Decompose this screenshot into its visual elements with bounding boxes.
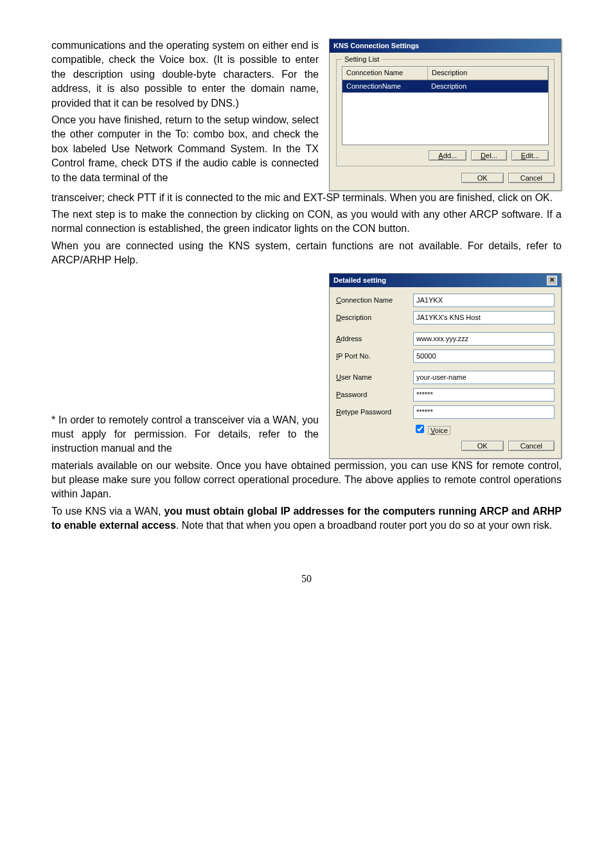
voice-checkbox[interactable] xyxy=(416,425,424,433)
body-text: When you are connected using the KNS sys… xyxy=(51,239,562,268)
voice-label: Voice xyxy=(428,426,450,435)
col-description[interactable]: Description xyxy=(428,67,548,79)
connection-name-input[interactable] xyxy=(413,294,555,307)
edit-button[interactable]: Edit... xyxy=(511,150,549,161)
address-label: Address xyxy=(336,334,413,344)
retype-input[interactable] xyxy=(413,405,555,419)
list-item-name: ConnectionName xyxy=(342,81,427,92)
description-label: Description xyxy=(336,313,413,323)
dialog-title: Detailed setting xyxy=(333,276,386,285)
cancel-button[interactable]: Cancel xyxy=(508,173,555,183)
dialog-title: KNS Connection Settings xyxy=(333,41,419,51)
address-input[interactable] xyxy=(413,332,555,346)
body-text: communications and the operating system … xyxy=(51,39,319,111)
list-item[interactable]: ConnectionName Description xyxy=(342,80,548,93)
setting-list[interactable]: ConnectionName Description xyxy=(342,80,549,145)
cancel-button[interactable]: Cancel xyxy=(508,441,555,451)
list-header: Conncetion Name Description xyxy=(342,66,549,80)
list-item-desc: Description xyxy=(427,81,548,92)
ipport-label: IP Port No. xyxy=(336,351,413,361)
description-input[interactable] xyxy=(413,311,555,324)
body-text: The next step is to make the connection … xyxy=(51,208,562,236)
detailed-setting-dialog: Detailed setting ✕ Connection Name Descr… xyxy=(329,273,562,459)
ipport-input[interactable] xyxy=(413,350,555,363)
col-connection-name[interactable]: Conncetion Name xyxy=(342,67,428,79)
username-label: User Name xyxy=(336,373,413,382)
page-number: 50 xyxy=(51,572,562,586)
body-text: materials available on our website. Once… xyxy=(51,459,562,502)
del-button[interactable]: Del... xyxy=(471,150,507,161)
groupbox-label: Setting List xyxy=(342,55,382,64)
ok-button[interactable]: OK xyxy=(461,441,504,451)
password-input[interactable] xyxy=(413,388,555,402)
close-icon[interactable]: ✕ xyxy=(547,276,557,285)
body-text: Once you have finished, return to the se… xyxy=(51,113,319,185)
kns-settings-dialog: KNS Connection Settings Setting List Con… xyxy=(329,39,562,191)
username-input[interactable] xyxy=(413,371,555,384)
password-label: Password xyxy=(336,390,413,400)
add-button[interactable]: Add... xyxy=(429,150,466,161)
body-text: transceiver; check PTT if it is connecte… xyxy=(51,191,562,205)
body-text: * In order to remotely control a transce… xyxy=(51,413,319,456)
connection-name-label: Connection Name xyxy=(336,296,413,305)
retype-label: Retype Password xyxy=(336,407,413,417)
ok-button[interactable]: OK xyxy=(461,173,504,183)
body-text: To use KNS via a WAN, you must obtain gl… xyxy=(51,504,562,533)
